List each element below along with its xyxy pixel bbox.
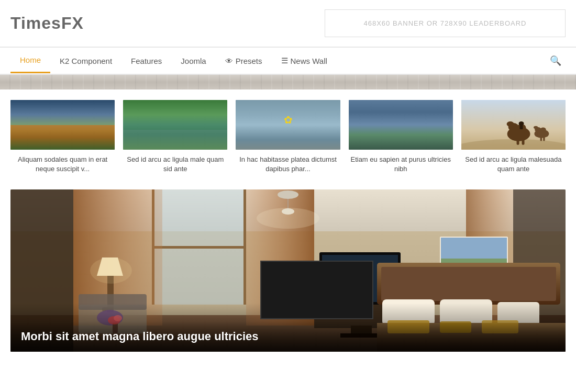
nav-label-presets: Presets (236, 57, 262, 65)
article-caption-2: Sed id arcu ac ligula male quam sid ante (123, 155, 227, 174)
site-header: TimesFX 468x60 BANNER or 728x90 LEADERBO… (0, 0, 576, 47)
svg-point-17 (540, 128, 546, 132)
hero-text-overlay: Morbi sit amet magna libero augue ultric… (10, 321, 566, 352)
svg-rect-15 (543, 136, 545, 141)
svg-point-18 (534, 126, 538, 129)
article-caption-3: In hac habitasse platea dictumst dapibus… (236, 155, 340, 174)
logo-text: TimesFX (10, 14, 84, 32)
banner-ad[interactable]: 468x60 BANNER or 728x90 LEADERBOARD (325, 9, 566, 37)
svg-rect-14 (540, 136, 541, 141)
nav-item-presets[interactable]: 👁 Presets (216, 49, 272, 73)
svg-rect-9 (508, 122, 510, 127)
article-caption-5: Sed id arcu ac ligula malesuada quam ant… (461, 155, 566, 174)
article-image-4 (349, 100, 453, 150)
svg-rect-5 (522, 137, 524, 145)
article-image-3 (236, 100, 340, 150)
search-button[interactable]: 🔍 (546, 48, 566, 74)
svg-rect-11 (519, 125, 523, 129)
svg-point-10 (518, 121, 524, 126)
article-card-2[interactable]: Sed id arcu ac ligula male quam sid ante (119, 100, 231, 174)
nav-item-k2[interactable]: K2 Component (50, 49, 121, 73)
list-icon: ☰ (281, 56, 288, 65)
svg-rect-16 (536, 132, 537, 136)
article-caption-4: Etiam eu sapien at purus ultricies nibh (349, 155, 453, 174)
nav-label-joomla: Joomla (181, 57, 206, 65)
article-card-4[interactable]: Etiam eu sapien at purus ultricies nibh (345, 100, 457, 174)
nav-label-features: Features (131, 57, 162, 65)
nav-item-joomla[interactable]: Joomla (171, 49, 215, 73)
article-card-1[interactable]: Aliquam sodales quam in erat neque susci… (10, 100, 119, 174)
hero-title: Morbi sit amet magna libero augue ultric… (21, 330, 555, 343)
svg-rect-4 (516, 136, 519, 145)
svg-point-8 (506, 121, 514, 127)
nav-item-features[interactable]: Features (121, 49, 171, 73)
article-caption-1: Aliquam sodales quam in erat neque susci… (10, 155, 115, 174)
article-image-1 (10, 100, 115, 150)
nav-label-k2: K2 Component (60, 57, 112, 65)
nav-items: Home K2 Component Features Joomla 👁 Pres… (10, 48, 337, 73)
svg-rect-6 (509, 130, 512, 138)
article-image-5 (461, 100, 566, 150)
nav-label-home: Home (20, 55, 41, 64)
nav-item-newswall[interactable]: ☰ News Wall (272, 49, 337, 73)
banner-ad-text: 468x60 BANNER or 728x90 LEADERBOARD (363, 19, 526, 27)
article-grid: Aliquam sodales quam in erat neque susci… (0, 89, 576, 179)
wood-texture-bar (0, 75, 576, 89)
article-card-5[interactable]: Sed id arcu ac ligula malesuada quam ant… (457, 100, 566, 174)
main-nav: Home K2 Component Features Joomla 👁 Pres… (0, 47, 576, 75)
eye-icon: 👁 (225, 57, 233, 65)
article-card-3[interactable]: In hac habitasse platea dictumst dapibus… (231, 100, 344, 174)
hero-section[interactable]: Morbi sit amet magna libero augue ultric… (10, 189, 566, 352)
article-image-2 (123, 100, 227, 150)
search-icon: 🔍 (550, 55, 561, 66)
nav-item-home[interactable]: Home (10, 48, 50, 73)
site-logo[interactable]: TimesFX (10, 14, 84, 33)
nav-label-newswall: News Wall (291, 57, 327, 65)
